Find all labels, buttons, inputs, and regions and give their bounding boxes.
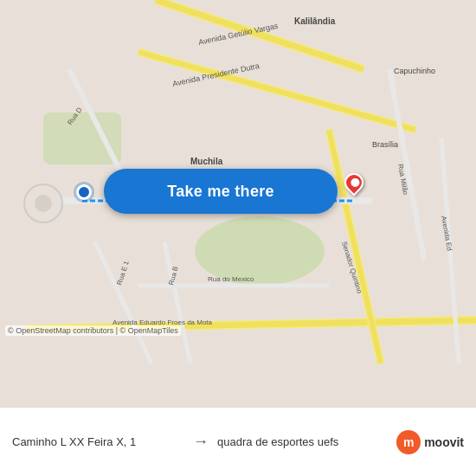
origin-marker	[76, 184, 92, 200]
destination-label: quadra de esportes uefs	[217, 435, 389, 448]
svg-text:Muchila: Muchila	[190, 157, 223, 166]
destination-marker	[344, 173, 365, 201]
map-attribution: © OpenStreetMap contributors | © OpenMap…	[5, 325, 181, 336]
svg-text:Rua do Mexico: Rua do Mexico	[208, 275, 254, 283]
svg-text:Kalilândia: Kalilândia	[294, 16, 336, 26]
direction-arrow: →	[184, 433, 217, 451]
svg-text:Capuchinho: Capuchinho	[394, 67, 435, 75]
button-label: Take me there	[167, 183, 274, 201]
svg-point-4	[35, 195, 52, 212]
moovit-text: moovit	[424, 435, 464, 449]
svg-text:Brasília: Brasília	[372, 140, 398, 149]
info-bar: Caminho L XX Feira X, 1 → quadra de espo…	[0, 407, 476, 476]
origin-label: Caminho L XX Feira X, 1	[12, 435, 184, 448]
moovit-logo: m moovit	[396, 430, 464, 454]
moovit-icon: m	[396, 430, 421, 454]
svg-rect-2	[43, 113, 121, 164]
map-container: Avenida Getúlio Vargas Avenida President…	[0, 0, 476, 407]
take-me-there-button[interactable]: Take me there	[104, 169, 338, 214]
